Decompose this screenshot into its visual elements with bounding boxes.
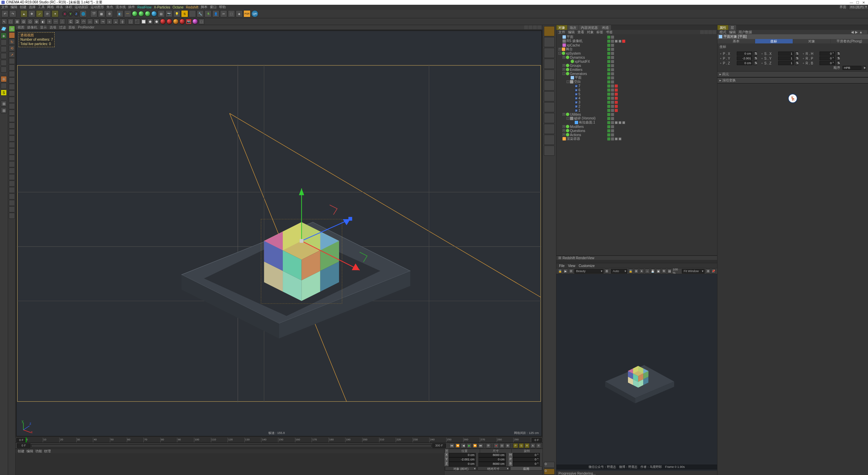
tool-psr[interactable]: PSR bbox=[243, 10, 251, 17]
axis-mode[interactable]: ✥ bbox=[1, 76, 7, 82]
t2-09[interactable]: ⋯ bbox=[53, 19, 59, 24]
move-tool[interactable]: ✥ bbox=[28, 10, 35, 17]
lt-08[interactable] bbox=[9, 71, 15, 77]
add-deformer[interactable] bbox=[151, 11, 157, 17]
axis-x[interactable]: X bbox=[62, 11, 67, 17]
t2-l2[interactable] bbox=[166, 19, 172, 24]
vmenu-显示[interactable]: 显示 bbox=[40, 25, 47, 30]
redo-button[interactable]: ↷ bbox=[9, 10, 16, 17]
t2-22[interactable]: ⬜ bbox=[141, 19, 146, 24]
attr-pz[interactable]: 0 cm bbox=[737, 61, 752, 65]
lt-10[interactable] bbox=[9, 84, 15, 90]
time-current-left[interactable]: 0 F bbox=[16, 438, 26, 442]
lt-06[interactable] bbox=[9, 58, 15, 64]
tree-2[interactable]: 2 bbox=[556, 104, 717, 108]
rv-refresh-icon[interactable]: ⟳ bbox=[569, 269, 573, 273]
rv-04[interactable] bbox=[544, 59, 555, 69]
t2-l4[interactable] bbox=[179, 19, 185, 24]
lt-23[interactable] bbox=[9, 168, 15, 174]
lt-07[interactable] bbox=[9, 64, 15, 71]
tree-1[interactable]: 1 bbox=[556, 108, 717, 112]
select-tool[interactable]: ▲ bbox=[20, 10, 27, 17]
t2-20[interactable]: ⬚ bbox=[128, 19, 134, 24]
attr-sx[interactable]: 1 bbox=[778, 52, 794, 56]
range-end[interactable]: 300 F bbox=[432, 443, 446, 448]
lt-20[interactable] bbox=[9, 148, 15, 154]
menu-流水线[interactable]: 流水线 bbox=[116, 5, 126, 10]
tool-5[interactable]: ✂ bbox=[220, 10, 227, 17]
objmenu-标签[interactable]: 标签 bbox=[596, 30, 603, 35]
t2-21[interactable]: ⬛ bbox=[134, 19, 140, 24]
rv-12[interactable] bbox=[544, 146, 555, 156]
rv-01[interactable] bbox=[544, 26, 555, 36]
attr-acc-quaternion[interactable]: 四元 bbox=[717, 71, 868, 77]
menu-脚本[interactable]: 脚本 bbox=[201, 5, 208, 10]
attr-rh[interactable]: 0 ° bbox=[820, 52, 835, 56]
key-a[interactable]: A bbox=[530, 443, 535, 448]
lt-17[interactable] bbox=[9, 129, 15, 135]
lt-29[interactable] bbox=[9, 206, 15, 212]
tree-Dynamics[interactable]: +Dynamics bbox=[556, 55, 717, 59]
menu-样条[interactable]: 样条 bbox=[56, 5, 63, 10]
nav-up-icon[interactable]: ▲ bbox=[859, 30, 863, 34]
add-instance[interactable] bbox=[145, 11, 151, 17]
axis-z[interactable]: Z bbox=[74, 11, 79, 17]
recent-tool[interactable]: ✦ bbox=[52, 10, 59, 17]
menu-插件[interactable]: 插件 bbox=[128, 5, 135, 10]
menu-网格[interactable]: 网格 bbox=[47, 5, 54, 10]
coord-apply-button[interactable]: 应用 bbox=[510, 467, 542, 471]
attr-px[interactable]: 0 cm bbox=[737, 52, 752, 56]
attrmenu-编辑[interactable]: 编辑 bbox=[729, 30, 736, 35]
tree-空白[interactable]: -空白 bbox=[556, 80, 717, 84]
lt-15[interactable] bbox=[9, 116, 15, 122]
t2-03[interactable]: ⊞ bbox=[14, 19, 20, 24]
tree-7[interactable]: 7 bbox=[556, 84, 717, 88]
poly-mode[interactable] bbox=[1, 66, 7, 73]
menu-创建[interactable]: 创建 bbox=[20, 5, 26, 10]
add-cube[interactable]: ◧ bbox=[116, 10, 123, 17]
add-environment[interactable]: ▤ bbox=[158, 10, 165, 17]
rotate-tool[interactable]: ⟳ bbox=[44, 10, 51, 17]
t2-23[interactable]: ⬢ bbox=[147, 19, 153, 24]
undo-button[interactable]: ↶ bbox=[1, 10, 8, 17]
vmenu-视图[interactable]: 视图 bbox=[18, 25, 24, 30]
tool-4[interactable]: 👤 bbox=[212, 10, 219, 17]
vp-icon-3[interactable] bbox=[533, 25, 537, 29]
tree-Groups[interactable]: +Groups bbox=[556, 63, 717, 68]
key-pos[interactable]: ⊕ bbox=[505, 443, 510, 448]
tree-RS 摄像机[interactable]: RS 摄像机 bbox=[556, 39, 717, 43]
rv-pin-icon[interactable]: 📌 bbox=[711, 269, 716, 273]
menu-编辑[interactable]: 编辑 bbox=[11, 5, 17, 10]
add-camera[interactable]: 📷 bbox=[165, 10, 173, 17]
t2-l5[interactable] bbox=[192, 19, 198, 24]
model-mode[interactable]: ◆ bbox=[1, 33, 7, 39]
rv-cfg2[interactable]: ⚙ bbox=[544, 469, 555, 475]
step-back[interactable]: ⏪ bbox=[455, 443, 460, 448]
rvmenu-Customize[interactable]: Customize bbox=[579, 264, 595, 268]
tool-3[interactable]: ⚗ bbox=[204, 10, 212, 17]
add-generator[interactable] bbox=[132, 11, 138, 17]
rv-07[interactable] bbox=[544, 91, 555, 101]
rvmenu-View[interactable]: View bbox=[568, 264, 575, 268]
rv-circle-icon[interactable]: ○ bbox=[645, 269, 649, 273]
rv-star-icon[interactable]: ✦ bbox=[639, 269, 644, 273]
tree-Actions[interactable]: +Actions bbox=[556, 133, 717, 137]
lt-19[interactable] bbox=[9, 142, 15, 148]
tree-xpCache[interactable]: xpCache bbox=[556, 43, 717, 47]
t2-08[interactable]: ✧ bbox=[46, 19, 52, 24]
t2-l3[interactable] bbox=[173, 19, 179, 24]
t2-02[interactable]: ⬚ bbox=[8, 19, 14, 24]
attr-rb[interactable]: 0 ° bbox=[820, 61, 835, 65]
subtab-平滑着色(Phong)[interactable]: 平滑着色(Phong) bbox=[831, 39, 868, 43]
maximize-button[interactable]: ☐ bbox=[854, 1, 861, 4]
time-current-right[interactable]: 0 F bbox=[532, 438, 542, 442]
rv-gear-icon[interactable]: ⚙ bbox=[605, 269, 609, 273]
coord-Y-p[interactable]: -2.001 cm bbox=[449, 457, 476, 462]
lt-09[interactable] bbox=[9, 77, 15, 83]
attr-py[interactable]: -2.001 cm bbox=[737, 56, 752, 60]
mat-功能[interactable]: 功能 bbox=[35, 449, 42, 454]
timeline-ruler[interactable]: 0 F 010203040506070809010011012013014015… bbox=[16, 437, 542, 442]
axis-y[interactable]: Y bbox=[68, 11, 73, 17]
rv-06[interactable] bbox=[544, 80, 555, 91]
rv-08[interactable] bbox=[544, 102, 555, 112]
